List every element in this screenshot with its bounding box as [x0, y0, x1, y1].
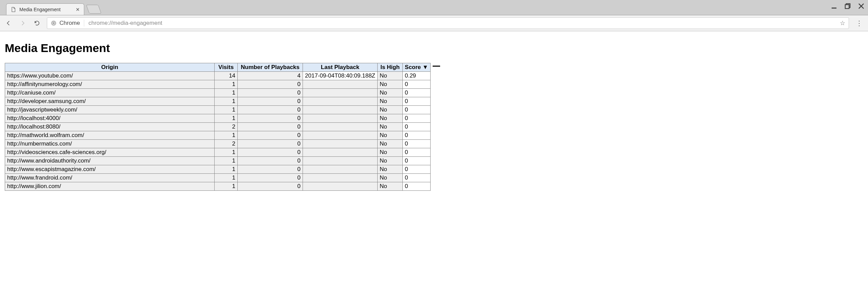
cell-is_high: No [378, 182, 403, 191]
reload-button[interactable] [33, 20, 41, 26]
cell-visits: 1 [215, 165, 238, 174]
cell-origin: http://numbermatics.com/ [5, 140, 215, 148]
cell-is_high: No [378, 106, 403, 114]
cell-score: 0 [402, 106, 430, 114]
minimize-icon[interactable] [831, 3, 837, 10]
cell-score: 0 [402, 89, 430, 97]
table-row: http://localhost:4000/10No0 [5, 114, 431, 123]
cell-last [303, 97, 378, 106]
bookmark-star-icon[interactable]: ☆ [840, 19, 845, 27]
cell-score: 0.29 [402, 72, 430, 80]
col-header-score[interactable]: Score ▼ [402, 63, 430, 72]
col-header-origin[interactable]: Origin [5, 63, 215, 72]
cell-visits: 1 [215, 80, 238, 89]
back-button[interactable] [4, 20, 13, 26]
table-row: http://numbermatics.com/20No0 [5, 140, 431, 148]
table-row: http://www.jilion.com/10No0 [5, 182, 431, 191]
cell-visits: 1 [215, 157, 238, 165]
cell-score: 0 [402, 140, 430, 148]
cell-visits: 1 [215, 106, 238, 114]
cell-is_high: No [378, 140, 403, 148]
cell-last [303, 80, 378, 89]
address-bar[interactable]: Chrome ☆ [47, 17, 849, 29]
window-controls [831, 3, 865, 10]
cell-is_high: No [378, 89, 403, 97]
table-row: http://localhost:8080/20No0 [5, 123, 431, 131]
window-close-icon[interactable] [858, 3, 865, 10]
table-row: http://affinitynumerology.com/10No0 [5, 80, 431, 89]
media-engagement-table: Origin Visits Number of Playbacks Last P… [5, 63, 431, 191]
cell-playbacks: 0 [238, 148, 303, 157]
cell-origin: http://videosciences.cafe-sciences.org/ [5, 148, 215, 157]
cell-visits: 1 [215, 114, 238, 123]
col-header-last[interactable]: Last Playback [303, 63, 378, 72]
cell-last [303, 140, 378, 148]
scheme-chip: Chrome [51, 20, 84, 27]
cell-score: 0 [402, 123, 430, 131]
cell-score: 0 [402, 165, 430, 174]
table-row: http://caniuse.com/10No0 [5, 89, 431, 97]
cell-playbacks: 0 [238, 182, 303, 191]
cell-is_high: No [378, 80, 403, 89]
cell-is_high: No [378, 131, 403, 140]
new-tab-button[interactable] [86, 5, 101, 14]
cell-last [303, 123, 378, 131]
cell-playbacks: 0 [238, 174, 303, 182]
cell-visits: 2 [215, 123, 238, 131]
col-header-visits[interactable]: Visits [215, 63, 238, 72]
cell-is_high: No [378, 123, 403, 131]
cell-playbacks: 0 [238, 106, 303, 114]
cell-visits: 1 [215, 174, 238, 182]
cell-origin: http://javascriptweekly.com/ [5, 106, 215, 114]
cell-visits: 1 [215, 148, 238, 157]
table-row: http://www.escapistmagazine.com/10No0 [5, 165, 431, 174]
cell-playbacks: 0 [238, 140, 303, 148]
table-row: http://www.frandroid.com/10No0 [5, 174, 431, 182]
close-icon[interactable]: ✕ [76, 7, 80, 12]
cell-playbacks: 0 [238, 123, 303, 131]
col-header-ishigh[interactable]: Is High [378, 63, 403, 72]
maximize-icon[interactable] [844, 3, 851, 10]
cell-playbacks: 0 [238, 157, 303, 165]
table-header-row: Origin Visits Number of Playbacks Last P… [5, 63, 431, 72]
cell-is_high: No [378, 72, 403, 80]
page-content: Media Engagement Origin Visits Number of… [0, 31, 868, 195]
cell-is_high: No [378, 165, 403, 174]
table-row: https://www.youtube.com/1442017-09-04T08… [5, 72, 431, 80]
menu-kebab-icon[interactable]: ⋮ [854, 19, 864, 27]
cell-last [303, 157, 378, 165]
cell-origin: http://mathworld.wolfram.com/ [5, 131, 215, 140]
cell-score: 0 [402, 80, 430, 89]
cell-score: 0 [402, 182, 430, 191]
cell-origin: http://developer.samsung.com/ [5, 97, 215, 106]
cell-origin: http://caniuse.com/ [5, 89, 215, 97]
cell-is_high: No [378, 157, 403, 165]
cell-playbacks: 4 [238, 72, 303, 80]
cell-playbacks: 0 [238, 131, 303, 140]
cell-score: 0 [402, 174, 430, 182]
cell-is_high: No [378, 148, 403, 157]
cell-playbacks: 0 [238, 80, 303, 89]
table-row: http://developer.samsung.com/10No0 [5, 97, 431, 106]
cell-origin: http://www.androidauthority.com/ [5, 157, 215, 165]
cell-origin: https://www.youtube.com/ [5, 72, 215, 80]
cell-last [303, 174, 378, 182]
table-row: http://www.androidauthority.com/10No0 [5, 157, 431, 165]
cell-visits: 14 [215, 72, 238, 80]
cell-visits: 1 [215, 182, 238, 191]
cell-last [303, 114, 378, 123]
cell-score: 0 [402, 148, 430, 157]
browser-tab[interactable]: Media Engagement ✕ [6, 3, 84, 15]
cell-origin: http://localhost:8080/ [5, 123, 215, 131]
page-icon [11, 7, 16, 12]
cell-score: 0 [402, 114, 430, 123]
col-header-playbacks[interactable]: Number of Playbacks [238, 63, 303, 72]
cell-is_high: No [378, 97, 403, 106]
cell-last [303, 182, 378, 191]
cell-last: 2017-09-04T08:40:09.188Z [303, 72, 378, 80]
browser-chrome: Media Engagement ✕ [0, 0, 868, 31]
tab-title: Media Engagement [19, 7, 60, 12]
url-input[interactable] [88, 19, 836, 27]
forward-button[interactable] [18, 20, 27, 26]
decorative-dash [433, 66, 440, 67]
